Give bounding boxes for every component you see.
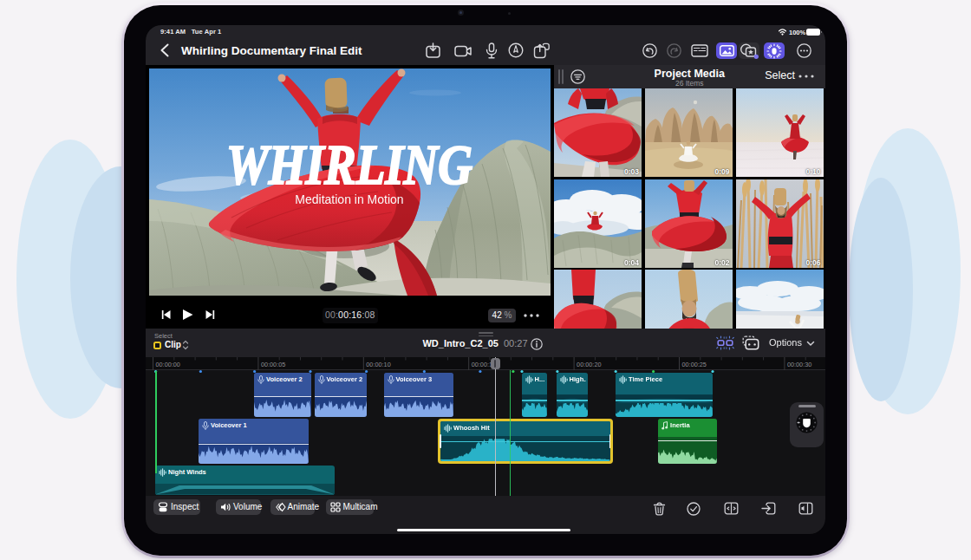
svg-text:00:00:10: 00:00:10: [366, 361, 390, 368]
svg-text:00:00:30: 00:00:30: [787, 361, 811, 368]
svg-text:00:00:00: 00:00:00: [156, 361, 180, 368]
svg-text:00:00:25: 00:00:25: [682, 361, 707, 368]
svg-text:00:00:05: 00:00:05: [261, 361, 285, 368]
svg-text:WHIRLING: WHIRLING: [226, 133, 472, 196]
svg-text:Meditation in Motion: Meditation in Motion: [295, 192, 403, 206]
svg-text:00:00:20: 00:00:20: [577, 361, 601, 368]
